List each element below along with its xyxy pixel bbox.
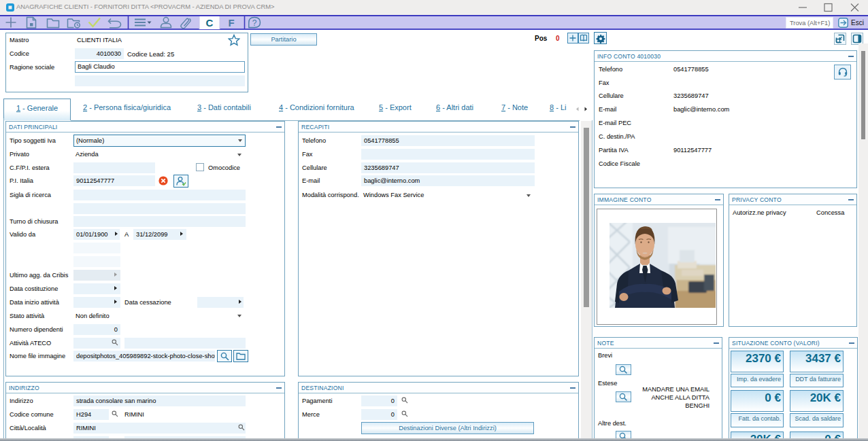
svg-text:F: F [228, 17, 234, 29]
svg-text:C: C [206, 17, 214, 29]
svg-text:?: ? [252, 18, 257, 28]
